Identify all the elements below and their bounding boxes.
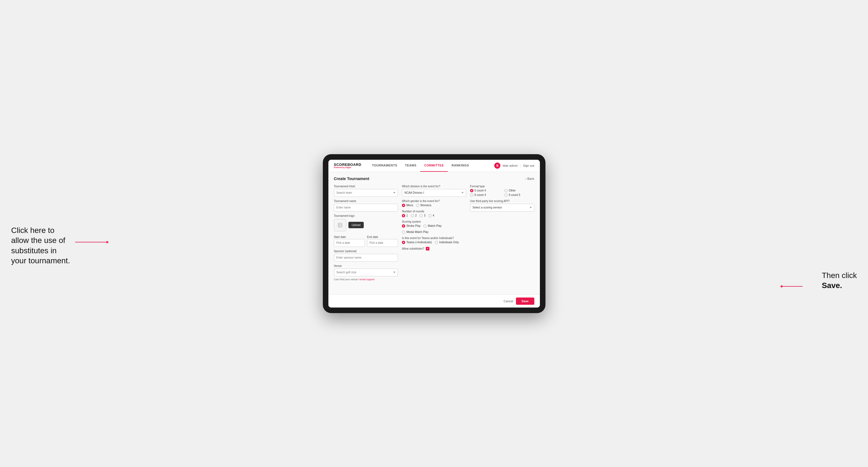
- arrow-right-annotation: [780, 286, 803, 287]
- venue-label: Venue: [334, 264, 398, 268]
- venue-help: Can't find your venue? email support: [334, 278, 398, 281]
- tournament-host-input[interactable]: [334, 189, 398, 197]
- upload-button[interactable]: Upload: [348, 222, 364, 228]
- tournament-name-field: Tournament name: [334, 199, 398, 212]
- gender-womens-radio: [416, 204, 420, 207]
- avatar: B: [494, 162, 500, 169]
- event-type-field: Is this event for Teams and/or Individua…: [402, 237, 466, 244]
- arrow-left-annotation: [75, 242, 108, 242]
- nav-item-tournaments[interactable]: TOURNAMENTS: [368, 160, 401, 172]
- start-date-label: Start date: [334, 236, 346, 239]
- gender-womens-option[interactable]: Womens: [416, 204, 431, 207]
- format-other-radio: [504, 189, 507, 192]
- allow-subs-checkbox[interactable]: [426, 247, 429, 250]
- event-teams-option[interactable]: Teams (+Individuals): [402, 241, 432, 244]
- form-grid: Tournament Host Tournament name Tourname…: [334, 185, 534, 281]
- scoring-stroke-radio: [402, 224, 405, 228]
- tournament-logo-label: Tournament logo: [334, 214, 398, 217]
- save-button[interactable]: Save: [516, 298, 534, 305]
- sponsor-label: Sponsor (optional): [334, 250, 398, 253]
- gender-mens-option[interactable]: Mens: [402, 204, 413, 207]
- back-link[interactable]: Back: [525, 177, 534, 180]
- rounds-2-option[interactable]: 2: [411, 214, 417, 217]
- nav-item-rankings[interactable]: RANKINGS: [448, 160, 473, 172]
- sign-out-link[interactable]: Sign out: [523, 164, 534, 167]
- logo-upload-area: Upload: [334, 219, 398, 231]
- scoring-label: Scoring system: [402, 220, 466, 223]
- division-field: Which division is the event for? NCAA Di…: [402, 185, 466, 197]
- logo-preview: [334, 219, 346, 231]
- scoring-api-label: Use third-party live scoring API?: [470, 199, 534, 203]
- tournament-logo-field: Tournament logo Upload: [334, 214, 398, 231]
- rounds-4-radio: [428, 214, 432, 217]
- scoring-medal-radio: [402, 230, 405, 234]
- logo-sub-text: Powered by clippd: [334, 166, 362, 168]
- form-col-1: Tournament Host Tournament name Tourname…: [334, 185, 398, 281]
- tournament-host-field: Tournament Host: [334, 185, 398, 197]
- division-select[interactable]: NCAA Division I: [402, 189, 466, 197]
- event-type-radio-group: Teams (+Individuals) Individuals Only: [402, 241, 466, 244]
- format-6count5-radio: [504, 193, 507, 197]
- gender-mens-radio: [402, 204, 405, 207]
- nav-item-teams[interactable]: TEAMS: [401, 160, 420, 172]
- scoring-match-option[interactable]: Match Play: [423, 224, 441, 228]
- venue-email-link[interactable]: email support: [360, 278, 375, 281]
- venue-input[interactable]: [334, 269, 398, 276]
- event-type-label: Is this event for Teams and/or Individua…: [402, 237, 466, 240]
- sponsor-field: Sponsor (optional): [334, 250, 398, 261]
- rounds-2-radio: [411, 214, 414, 217]
- format-other-option[interactable]: Other: [504, 189, 534, 192]
- nav-right: B blair admin | Sign out: [494, 162, 534, 169]
- end-date-group: End date: [367, 234, 398, 247]
- rounds-label: Number of rounds: [402, 210, 466, 213]
- format-5count4-option[interactable]: 5 count 4: [470, 189, 500, 192]
- tournament-name-label: Tournament name: [334, 199, 398, 203]
- allow-subs-label: Allow substitutes?: [402, 247, 424, 250]
- rounds-field: Number of rounds 1 2: [402, 210, 466, 217]
- annotation-left: Click here to allow the use of substitut…: [11, 225, 72, 266]
- svg-point-1: [339, 224, 340, 225]
- nav-items: TOURNAMENTS TEAMS COMMITTEE RANKINGS: [368, 160, 494, 172]
- scoring-match-radio: [423, 224, 427, 228]
- end-date-input[interactable]: [367, 239, 398, 247]
- annotation-right: Then click Save.: [822, 271, 857, 291]
- page-footer: Cancel Save: [329, 294, 540, 308]
- scoring-stroke-option[interactable]: Stroke Play: [402, 224, 421, 228]
- user-name: blair admin: [503, 164, 518, 167]
- tournament-host-label: Tournament Host: [334, 185, 398, 188]
- rounds-radio-group: 1 2 3: [402, 214, 466, 217]
- rounds-3-radio: [420, 214, 423, 217]
- event-individuals-option[interactable]: Individuals Only: [435, 241, 459, 244]
- format-options-grid: 5 count 4 Other 6 count 4: [470, 189, 534, 197]
- rounds-4-option[interactable]: 4: [428, 214, 434, 217]
- start-date-input[interactable]: [334, 239, 365, 247]
- scoring-radio-group: Stroke Play Match Play Medal Match Play: [402, 224, 466, 234]
- rounds-3-option[interactable]: 3: [420, 214, 426, 217]
- format-6count4-option[interactable]: 6 count 4: [470, 193, 500, 197]
- venue-field: Venue Can't find your venue? email suppo…: [334, 264, 398, 281]
- tablet-screen: SCOREBOARD Powered by clippd TOURNAMENTS…: [329, 160, 540, 308]
- event-individuals-radio: [435, 241, 438, 244]
- tournament-name-input[interactable]: [334, 204, 398, 212]
- scoring-api-select[interactable]: Select a scoring service: [470, 204, 534, 212]
- gender-field: Which gender is the event for? Mens Wome…: [402, 199, 466, 207]
- sponsor-input[interactable]: [334, 254, 398, 261]
- format-6count4-radio: [470, 193, 473, 197]
- allow-subs-area: Allow substitutes?: [402, 247, 466, 250]
- format-type-label: Format type: [470, 185, 534, 188]
- date-field: Start date End date: [334, 234, 398, 247]
- page-header: Create Tournament Back: [334, 177, 534, 181]
- nav-item-committee[interactable]: COMMITTEE: [420, 160, 448, 172]
- format-5count4-radio: [470, 189, 473, 192]
- format-6count5-option[interactable]: 6 count 5: [504, 193, 534, 197]
- rounds-1-option[interactable]: 1: [402, 214, 408, 217]
- cancel-button[interactable]: Cancel: [504, 300, 513, 303]
- gender-label: Which gender is the event for?: [402, 199, 466, 203]
- scoring-medal-option[interactable]: Medal Match Play: [402, 230, 428, 234]
- format-type-field: Format type 5 count 4 Other: [470, 185, 534, 197]
- event-teams-radio: [402, 241, 405, 244]
- nav-bar: SCOREBOARD Powered by clippd TOURNAMENTS…: [329, 160, 540, 172]
- gender-radio-group: Mens Womens: [402, 204, 466, 207]
- rounds-1-radio: [402, 214, 405, 217]
- date-row: Start date End date: [334, 234, 398, 247]
